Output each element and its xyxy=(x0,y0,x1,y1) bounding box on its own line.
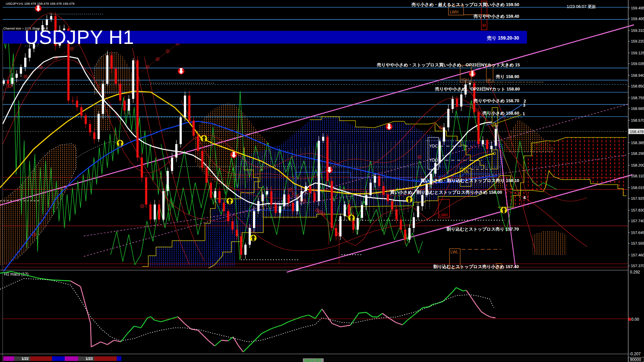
svg-text:売りやや小さめ 159.40: 売りやや小さめ 159.40 xyxy=(473,14,519,19)
svg-text:0.00: 0.00 xyxy=(631,317,639,322)
svg-text:売りやや小さめ 158.70: 売りやや小さめ 158.70 xyxy=(473,98,519,103)
svg-text:売りやや小さめ、OP23日NYカット 158.80: 売りやや小さめ、OP23日NYカット 158.80 xyxy=(435,86,520,92)
svg-text:157.645: 157.645 xyxy=(631,231,644,235)
svg-text:YDH: YDH xyxy=(461,78,469,82)
svg-text:LMH: LMH xyxy=(439,213,447,218)
svg-text:M: M xyxy=(482,23,486,28)
svg-text:158.570: 158.570 xyxy=(631,118,644,122)
svg-text:158.385: 158.385 xyxy=(631,141,644,145)
svg-text:YDO: YDO xyxy=(429,158,438,163)
svg-text:売りやや小さめ・ストップロス買い小さめ、OP23日NYカット: 売りやや小さめ・ストップロス買い小さめ、OP23日NYカット大きめ 15 xyxy=(377,62,520,67)
svg-text:売り小さめ・超えるとストップロス買い小さめ 159.50: 売り小さめ・超えるとストップロス買い小さめ 159.50 xyxy=(411,2,519,7)
svg-text:157.370: 157.370 xyxy=(631,264,644,268)
svg-text:macd ON: macd ON xyxy=(304,358,321,362)
svg-text:D: D xyxy=(493,151,496,156)
svg-text:売り 159.20-30: 売り 159.20-30 xyxy=(487,35,519,41)
svg-text:158.755: 158.755 xyxy=(631,96,644,100)
svg-text:158.850: 158.850 xyxy=(631,84,644,88)
svg-text:157.555: 157.555 xyxy=(631,241,644,245)
svg-text:157.925: 157.925 xyxy=(631,196,644,200)
svg-text:USDJPY,H1 158.478 158.478 158: USDJPY,H1 158.478 158.478 158.478 158.47… xyxy=(6,2,75,5)
svg-text:1/22: 1/22 xyxy=(21,357,29,361)
svg-text:割り込むとストップロス売り 157.70: 割り込むとストップロス売り 157.70 xyxy=(446,227,519,232)
svg-text:D: D xyxy=(493,122,496,126)
svg-text:1/23 06:07 更新: 1/23 06:07 更新 xyxy=(567,4,596,9)
svg-text:LWL: LWL xyxy=(450,250,459,254)
svg-text:159.495: 159.495 xyxy=(631,6,644,10)
svg-text:158.478: 158.478 xyxy=(630,130,644,134)
svg-text:売り 158.90: 売り 158.90 xyxy=(495,74,519,79)
svg-text:Channel size = 1171 Slope = 6.: Channel size = 1171 Slope = 6.0 xyxy=(3,27,48,30)
svg-text:159.125: 159.125 xyxy=(631,51,644,55)
svg-text:LWH: LWH xyxy=(450,10,459,14)
svg-text:158.940: 158.940 xyxy=(631,73,644,77)
svg-text:0.292: 0.292 xyxy=(630,270,640,275)
svg-text:159.220: 159.220 xyxy=(631,39,644,43)
svg-text:3: 3 xyxy=(523,103,525,108)
svg-text:1/23: 1/23 xyxy=(86,357,93,361)
svg-text:買い小さめ・割り込むとストップロス売り小さめ 158.00: 買い小さめ・割り込むとストップロス売り小さめ 158.00 xyxy=(390,190,502,195)
svg-text:4: 4 xyxy=(523,195,526,200)
svg-text:157.830: 157.830 xyxy=(631,208,644,212)
svg-text:158.110: 158.110 xyxy=(631,174,644,178)
svg-text:YDL: YDL xyxy=(461,169,469,174)
svg-text:159.405: 159.405 xyxy=(631,17,644,21)
svg-text:157.740: 157.740 xyxy=(631,219,644,223)
svg-text:159.310: 159.310 xyxy=(631,28,644,33)
svg-text:159.035: 159.035 xyxy=(631,62,644,66)
svg-text:買い小さめ・割り込むとストップロス売り 158.10: 買い小さめ・割り込むとストップロス売り 158.10 xyxy=(420,178,519,183)
svg-text:158.295: 158.295 xyxy=(631,152,644,156)
svg-text:W: W xyxy=(487,78,491,82)
svg-text:157.460: 157.460 xyxy=(631,253,644,257)
svg-text:売り小さめ 158.60: 売り小さめ 158.60 xyxy=(482,111,519,116)
svg-text:1: 1 xyxy=(523,111,525,116)
svg-text:YDC: YDC xyxy=(429,144,438,148)
svg-text:割り込むとストップロス売り小さめ 157.40: 割り込むとストップロス売り小さめ 157.40 xyxy=(433,264,519,269)
svg-text:158.665: 158.665 xyxy=(631,107,644,111)
svg-text:158.200: 158.200 xyxy=(631,163,644,167)
svg-text:158.015: 158.015 xyxy=(631,186,644,190)
svg-text:90000: 90000 xyxy=(630,357,641,362)
svg-text:-0.207: -0.207 xyxy=(629,352,641,356)
